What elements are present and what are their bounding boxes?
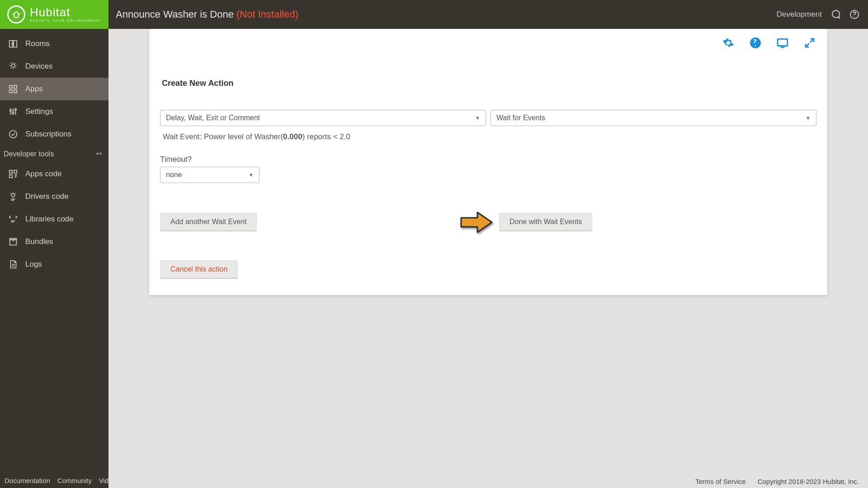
svg-point-23 <box>15 109 17 111</box>
add-wait-event-button[interactable]: Add another Wait Event <box>160 213 257 231</box>
section-title: Create New Action <box>162 79 816 88</box>
logo-mark-icon <box>7 5 25 23</box>
logs-icon <box>8 259 18 269</box>
action-card: Create New Action Delay, Wait, Exit or C… <box>149 29 827 295</box>
svg-rect-3 <box>14 41 17 47</box>
sidebar-item-label: Apps code <box>25 169 61 178</box>
svg-line-13 <box>15 67 15 68</box>
select-value: Wait for Events <box>496 114 545 122</box>
svg-line-33 <box>10 193 11 194</box>
sidebar-item-logs[interactable]: Logs <box>0 253 108 276</box>
svg-point-24 <box>9 131 17 138</box>
done-wait-events-button[interactable]: Done with Wait Events <box>499 213 592 231</box>
app-header: Hubitat ELEVATE YOUR ENVIRONMENT Announc… <box>0 0 868 29</box>
brand-text: Hubitat ELEVATE YOUR ENVIRONMENT <box>30 6 101 23</box>
sidebar-item-apps-code[interactable]: Apps code <box>0 163 108 185</box>
svg-rect-26 <box>14 170 17 173</box>
collapse-icon[interactable] <box>96 150 102 158</box>
help-circle-icon[interactable] <box>750 37 761 49</box>
env-label: Development <box>777 10 822 19</box>
footer-link-tos[interactable]: Terms of Service <box>695 478 746 485</box>
action-subtype-select[interactable]: Wait for Events ▼ <box>491 110 816 126</box>
footer-link-documentation[interactable]: Documentation <box>5 477 50 484</box>
svg-point-19 <box>10 109 12 111</box>
footer-copyright: Copyright 2018-2023 Hubitat, Inc. <box>758 478 859 485</box>
sidebar-item-subscriptions[interactable]: Subscriptions <box>0 123 108 145</box>
chevron-down-icon: ▼ <box>249 172 254 178</box>
expand-icon[interactable] <box>804 37 816 49</box>
brand-logo[interactable]: Hubitat ELEVATE YOUR ENVIRONMENT <box>0 0 108 29</box>
svg-point-44 <box>750 38 761 48</box>
wait-suffix: ) reports < 2.0 <box>302 132 350 141</box>
sidebar-item-label: Apps <box>25 84 43 94</box>
subscriptions-icon <box>8 129 18 139</box>
apps-code-icon <box>8 169 18 179</box>
svg-line-10 <box>11 63 11 64</box>
wait-value: 0.000 <box>283 132 302 141</box>
button-row: Add another Wait Event Done with Wait Ev… <box>160 213 816 231</box>
sidebar-item-apps[interactable]: Apps <box>0 78 108 100</box>
svg-line-12 <box>11 67 11 68</box>
sidebar-item-label: Bundles <box>25 237 53 246</box>
arrow-right-icon <box>458 210 495 235</box>
footer-link-community[interactable]: Community <box>57 477 92 484</box>
timeout-label: Timeout? <box>160 155 816 164</box>
card-toolbar <box>722 37 816 49</box>
selects-row: Delay, Wait, Exit or Comment ▼ Wait for … <box>160 110 816 126</box>
sidebar-item-settings[interactable]: Settings <box>0 100 108 123</box>
brand-name: Hubitat <box>30 6 101 18</box>
svg-line-11 <box>15 63 15 64</box>
svg-line-34 <box>15 193 16 194</box>
sidebar-item-bundles[interactable]: Bundles <box>0 230 108 253</box>
gear-icon[interactable] <box>722 37 734 49</box>
timeout-select[interactable]: none ▼ <box>160 167 259 183</box>
bundles-icon <box>8 237 18 247</box>
wait-prefix: Wait Event: Power level of Washer( <box>163 132 283 141</box>
libraries-code-icon <box>8 214 18 224</box>
chat-icon[interactable] <box>830 9 841 20</box>
sidebar-item-label: Rooms <box>25 39 50 48</box>
sidebar-footer: Documentation Community Videos FAQ <box>0 473 108 488</box>
brand-tagline: ELEVATE YOUR ENVIRONMENT <box>30 19 101 23</box>
main-footer: Terms of Service Copyright 2018-2023 Hub… <box>108 474 868 488</box>
svg-rect-27 <box>9 175 12 178</box>
done-group: Done with Wait Events <box>458 210 592 235</box>
svg-point-1 <box>854 16 855 17</box>
sidebar-item-label: Devices <box>25 62 52 71</box>
cancel-block: Cancel this action <box>160 260 816 279</box>
main-area: Create New Action Delay, Wait, Exit or C… <box>108 29 868 488</box>
monitor-icon[interactable] <box>777 37 788 49</box>
help-icon[interactable] <box>849 9 860 20</box>
svg-point-21 <box>12 112 14 114</box>
sidebar: Rooms Devices Apps Settings Subscription… <box>0 29 108 488</box>
sidebar-item-label: Drivers code <box>25 192 68 201</box>
wait-event-description: Wait Event: Power level of Washer(0.000)… <box>160 132 816 141</box>
sidebar-item-devices[interactable]: Devices <box>0 55 108 78</box>
sidebar-item-rooms[interactable]: Rooms <box>0 33 108 55</box>
cancel-action-button[interactable]: Cancel this action <box>160 260 238 279</box>
apps-icon <box>8 84 18 94</box>
developer-tools-label: Developer tools <box>4 150 54 158</box>
svg-rect-17 <box>14 90 17 93</box>
sidebar-item-label: Settings <box>25 107 53 116</box>
svg-rect-15 <box>14 85 17 88</box>
svg-rect-14 <box>9 85 12 88</box>
page-title-text: Announce Washer is Done <box>116 9 234 20</box>
action-category-select[interactable]: Delay, Wait, Exit or Comment ▼ <box>160 110 486 126</box>
header-right: Development <box>777 9 868 20</box>
svg-point-5 <box>11 64 14 67</box>
sidebar-item-label: Subscriptions <box>25 130 71 139</box>
svg-rect-45 <box>778 39 788 46</box>
rooms-icon <box>8 39 18 49</box>
install-status-badge: (Not Installed) <box>236 9 298 20</box>
drivers-code-icon <box>8 192 18 202</box>
developer-tools-header[interactable]: Developer tools <box>0 145 108 163</box>
settings-icon <box>8 107 18 117</box>
sidebar-item-label: Logs <box>25 260 42 269</box>
svg-rect-25 <box>9 170 12 173</box>
sidebar-item-drivers-code[interactable]: Drivers code <box>0 185 108 208</box>
sidebar-item-label: Libraries code <box>25 215 74 224</box>
sidebar-item-libraries-code[interactable]: Libraries code <box>0 208 108 230</box>
select-value: Delay, Wait, Exit or Comment <box>166 114 260 122</box>
svg-point-4 <box>12 43 12 44</box>
